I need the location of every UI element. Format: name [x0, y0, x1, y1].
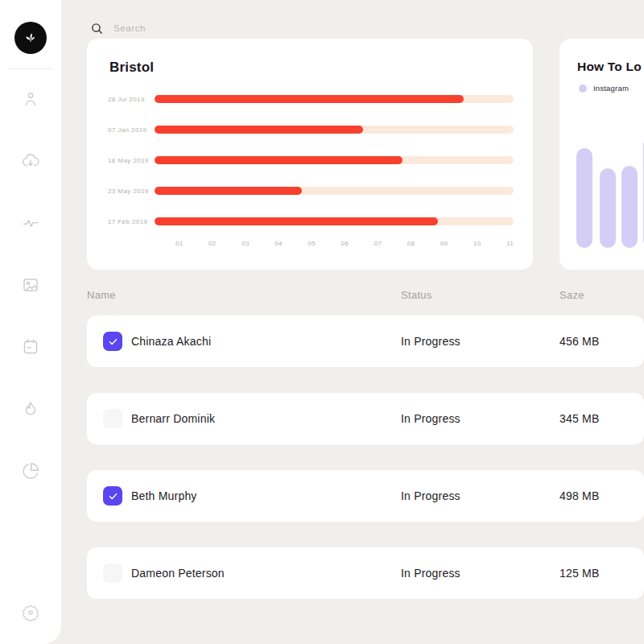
sidebar-item-settings[interactable] — [20, 602, 41, 623]
row-status: In Progress — [401, 412, 559, 425]
instagram-bar — [621, 166, 638, 248]
bristol-bar-label: 23 May 2019 — [108, 188, 155, 195]
x-axis-tick: 08 — [407, 240, 415, 247]
check-icon — [108, 336, 118, 347]
bristol-bar-label: 17 Feb 2019 — [108, 218, 155, 225]
column-header-status: Status — [401, 289, 559, 301]
row-checkbox[interactable] — [103, 486, 122, 506]
x-axis-tick: 02 — [208, 240, 217, 247]
bristol-bar-track — [155, 95, 514, 103]
row-size: 498 MB — [559, 489, 644, 502]
bristol-bar-chart: 28 Jul 201907 Jan 201918 May 201923 May … — [87, 84, 533, 237]
sidebar — [0, 0, 61, 644]
bristol-bar-label: 28 Jul 2019 — [108, 96, 155, 103]
x-axis-tick: 05 — [308, 240, 316, 247]
bristol-bar-row: 17 Feb 2019 — [87, 206, 533, 237]
instagram-bar — [600, 168, 616, 248]
instagram-bar — [576, 148, 592, 248]
bristol-bar-fill — [155, 217, 438, 225]
image-icon — [21, 275, 40, 295]
sidebar-item-media[interactable] — [20, 275, 41, 295]
bristol-bar-track — [155, 126, 514, 134]
row-name: Bernarr Dominik — [131, 412, 215, 425]
row-size: 125 MB — [559, 567, 644, 580]
x-axis-tick: 09 — [440, 240, 448, 247]
row-name: Dameon Peterson — [131, 567, 225, 580]
bristol-card: Bristol 28 Jul 201907 Jan 201918 May 201… — [87, 39, 533, 270]
x-axis-tick: 03 — [242, 240, 250, 247]
instagram-bars — [576, 138, 644, 248]
x-axis-tick: 01 — [175, 240, 184, 247]
row-status: In Progress — [401, 567, 559, 580]
sidebar-nav — [20, 89, 41, 522]
files-table: Name Status Saze Chinaza Akachi In Progr… — [61, 289, 644, 599]
sidebar-item-profile[interactable] — [20, 89, 41, 109]
search-icon — [90, 22, 104, 35]
row-name: Beth Murphy — [131, 489, 197, 502]
bristol-bar-track — [155, 156, 514, 164]
bristol-bar-row: 28 Jul 2019 — [87, 84, 533, 114]
table-row[interactable]: Beth Murphy In Progress 498 MB — [87, 470, 644, 522]
sidebar-item-activity[interactable] — [20, 213, 41, 233]
x-axis-tick: 07 — [374, 240, 382, 247]
instagram-card: How To Lo Instagram — [559, 39, 644, 270]
x-axis-tick: 11 — [506, 240, 514, 247]
pie-chart-icon — [21, 461, 40, 481]
table-row[interactable]: Bernarr Dominik In Progress 345 MB — [87, 393, 644, 444]
sidebar-item-trending[interactable] — [20, 398, 41, 419]
cards-row: Bristol 28 Jul 201907 Jan 201918 May 201… — [61, 39, 644, 270]
activity-icon — [21, 213, 40, 233]
check-icon — [108, 491, 118, 502]
legend-dot-icon — [579, 85, 587, 93]
person-icon — [21, 89, 40, 109]
row-size: 345 MB — [559, 412, 644, 425]
column-header-size: Saze — [559, 289, 644, 301]
search-bar — [61, 0, 644, 39]
instagram-legend: Instagram — [559, 84, 644, 93]
column-header-name: Name — [87, 289, 401, 301]
table-header: Name Status Saze — [87, 289, 644, 301]
cloud-download-icon — [21, 151, 40, 171]
calendar-icon — [21, 337, 40, 357]
bristol-bar-label: 18 May 2019 — [108, 157, 155, 164]
row-status: In Progress — [401, 489, 559, 502]
row-status: In Progress — [401, 335, 559, 348]
bristol-bar-row: 18 May 2019 — [87, 145, 533, 175]
flame-icon — [21, 399, 40, 419]
row-checkbox[interactable] — [103, 564, 122, 583]
row-size: 456 MB — [559, 335, 644, 348]
sprout-icon — [22, 29, 39, 47]
bristol-card-title: Bristol — [87, 60, 533, 76]
app-logo[interactable] — [14, 22, 47, 54]
sidebar-item-calendar[interactable] — [20, 336, 41, 357]
search-input[interactable] — [114, 23, 275, 33]
bristol-x-axis: 0102030405060708091011 — [175, 240, 514, 247]
bristol-bar-fill — [155, 156, 402, 164]
x-axis-tick: 06 — [341, 240, 349, 247]
bristol-bar-fill — [155, 95, 464, 103]
sidebar-divider — [8, 68, 53, 69]
table-row[interactable]: Dameon Peterson In Progress 125 MB — [87, 547, 644, 599]
bristol-bar-row: 23 May 2019 — [87, 175, 533, 206]
row-name: Chinaza Akachi — [131, 335, 211, 348]
sidebar-item-uploads[interactable] — [20, 151, 41, 171]
main-content: Bristol 28 Jul 201907 Jan 201918 May 201… — [61, 0, 644, 644]
legend-label: Instagram — [593, 84, 629, 93]
bristol-bar-track — [155, 217, 514, 225]
sidebar-item-analytics[interactable] — [20, 460, 41, 481]
bristol-bar-fill — [155, 126, 363, 134]
instagram-card-title: How To Lo — [559, 60, 644, 74]
x-axis-tick: 10 — [473, 240, 481, 247]
bristol-bar-row: 07 Jan 2019 — [87, 114, 533, 145]
row-checkbox[interactable] — [103, 332, 122, 351]
bristol-bar-label: 07 Jan 2019 — [108, 126, 155, 134]
row-checkbox[interactable] — [103, 409, 122, 428]
x-axis-tick: 04 — [275, 240, 283, 247]
gear-icon — [22, 604, 39, 621]
bristol-bar-track — [155, 187, 514, 195]
table-row[interactable]: Chinaza Akachi In Progress 456 MB — [87, 316, 644, 367]
bristol-bar-fill — [155, 187, 302, 195]
